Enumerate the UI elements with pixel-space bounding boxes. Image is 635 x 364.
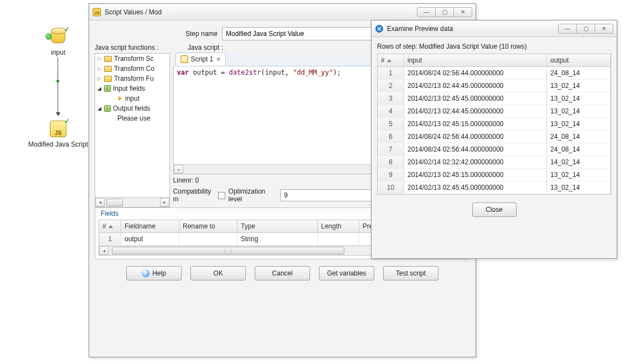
input-fields-icon: ↧ [104,85,111,92]
preview-dialog: Examine Preview data — ▢ ✕ Rows of step:… [371,20,617,259]
table-row[interactable]: 62014/08/24 02:56:44.00000000024_08_14 [378,131,611,143]
cancel-button[interactable]: Cancel [255,266,310,280]
functions-label: Java script functions : [95,44,188,51]
svg-text:JS: JS [94,11,100,15]
titlebar[interactable]: Examine Preview data — ▢ ✕ [371,20,617,37]
rows-of-step-label: Rows of step: Modified Java Script Value… [377,43,611,50]
script-tab[interactable]: Script 1 ✕ [175,53,226,66]
maximize-button[interactable]: ▢ [435,7,454,17]
node-label: input [19,49,97,56]
scripts-label: Java script : [188,44,223,51]
script-tab-label: Script 1 [191,55,214,63]
col-hash[interactable]: # [99,220,121,233]
preview-grid[interactable]: # input output 12014/08/24 02:56:44.0000… [377,54,611,195]
tree-item-label: Transform Sc [114,55,154,63]
step-name-label: Step name [95,30,222,38]
close-button[interactable]: Close [472,202,517,217]
minimize-button[interactable]: — [558,24,577,34]
tree-item-label: Transform Fu [114,75,154,82]
minimize-button[interactable]: — [417,7,436,17]
functions-tree[interactable]: ▷Transform Sc ▷Transform Co ▷Transform F… [95,53,170,207]
compat-checkbox[interactable] [218,192,225,199]
output-fields-icon: ↥ [104,105,111,112]
close-button[interactable]: ✕ [453,7,472,17]
close-button[interactable]: ✕ [595,24,613,34]
tree-item-label[interactable]: input [125,95,140,102]
table-row[interactable]: 102014/02/13 02:45:45.00000000013_02_14 [378,181,611,194]
maximize-button[interactable]: ▢ [576,24,595,34]
tree-item-label: Please use [117,115,150,122]
window-title: Examine Preview data [387,25,559,33]
js-icon: JS [92,8,101,17]
transform-node-js[interactable]: JS✓ Modified Java Script [19,119,97,148]
script-icon [180,55,188,63]
table-row[interactable]: 72014/08/24 02:56:44.00000000024_08_14 [378,143,611,156]
ok-button[interactable]: OK [190,266,246,280]
node-label: Modified Java Script [19,141,97,148]
table-row[interactable]: 42014/02/13 02:44:45.00000000013_02_14 [378,105,611,118]
col-input[interactable]: input [404,54,547,67]
tree-item-label: Transform Co [114,65,154,72]
hop-arrow[interactable] [58,58,58,113]
table-row[interactable]: 12014/08/24 02:56:44.00000000024_08_14 [378,67,611,80]
table-row[interactable]: 22014/02/13 02:44:45.00000000013_02_14 [378,80,611,92]
tree-item-label: Input fields [113,85,145,92]
tree-item-label: Output fields [113,105,150,112]
table-row[interactable]: 92014/02/13 02:45:15.00000000013_02_14 [378,169,611,181]
col-rename[interactable]: Rename to [179,220,238,233]
compat-label: Compatibility m [173,188,215,203]
spoon-icon [375,24,384,33]
col-output[interactable]: output [547,54,611,67]
test-script-button[interactable]: Test script [383,266,438,280]
tree-scrollbar[interactable]: ◂▸ [95,197,169,207]
col-hash[interactable]: # [378,54,404,67]
close-icon[interactable]: ✕ [216,56,221,63]
table-row[interactable]: 32014/02/13 02:45:45.00000000013_02_14 [378,92,611,105]
col-fieldname[interactable]: Fieldname [121,220,179,233]
play-icon [118,96,122,101]
window-title: Script Values / Mod [105,8,417,16]
transform-node-input[interactable]: ✓ input [19,28,97,56]
get-variables-button[interactable]: Get variables [319,266,374,280]
titlebar[interactable]: JS Script Values / Mod — ▢ ✕ [89,4,476,20]
col-type[interactable]: Type [238,220,318,233]
help-icon: ? [142,269,149,277]
opt-level-label: Optimization level [229,188,277,203]
table-row[interactable]: 52014/02/13 02:45:15.00000000013_02_14 [378,118,611,131]
help-button[interactable]: ?Help [126,266,182,280]
col-length[interactable]: Length [318,220,359,233]
table-row[interactable]: 82014/02/14 02:32:42.00000000014_02_14 [378,156,611,169]
